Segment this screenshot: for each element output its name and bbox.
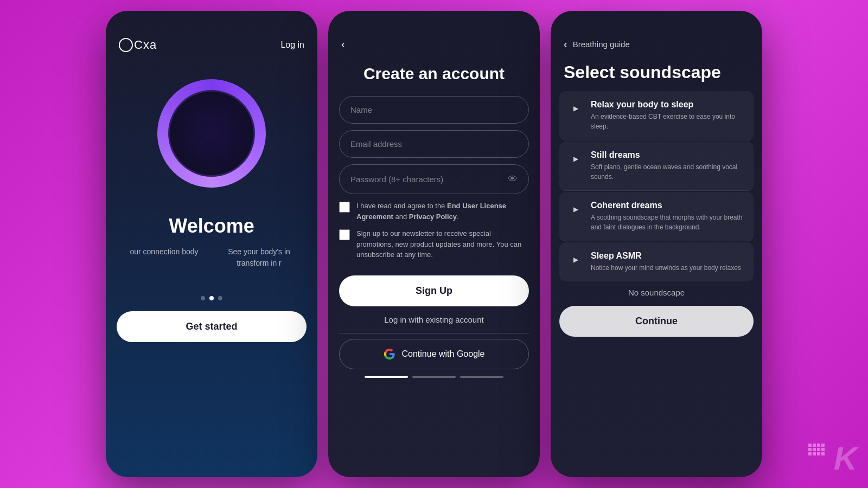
phone-welcome: Cxa Log in Welcome our connection body S… — [106, 11, 317, 477]
tos-checkbox[interactable] — [339, 202, 350, 213]
create-title: Create an account — [328, 65, 540, 83]
email-input[interactable] — [350, 139, 518, 149]
dot-2 — [209, 296, 214, 300]
soundscape-item-3[interactable]: ▶ Coherent dreams A soothing soundscape … — [559, 192, 754, 241]
soundscape-desc-2: Soft piano, gentle ocean waves and sooth… — [591, 162, 745, 182]
circle-outer — [157, 79, 266, 188]
back-label: Breathing guide — [573, 40, 630, 49]
newsletter-checkbox-row: Sign up to our newsletter to receive spe… — [339, 228, 529, 260]
soundscape-name-3: Coherent dreams — [591, 201, 745, 210]
soundscape-header: ‹ Breathing guide — [551, 11, 762, 56]
play-icon-2[interactable]: ▶ — [568, 151, 583, 166]
soundscape-info-3: Coherent dreams A soothing soundscape th… — [591, 201, 745, 232]
create-header: ‹ — [328, 11, 540, 56]
welcome-text: Welcome our connection body See your bod… — [106, 204, 317, 280]
soundscape-item-1[interactable]: ▶ Relax your body to sleep An evidence-b… — [559, 91, 754, 140]
play-icon-4[interactable]: ▶ — [568, 252, 583, 267]
play-icon-1[interactable]: ▶ — [568, 101, 583, 116]
sign-up-button[interactable]: Sign Up — [339, 275, 529, 306]
newsletter-checkbox[interactable] — [339, 229, 350, 240]
page-dots — [106, 296, 317, 300]
google-button-label: Continue with Google — [402, 349, 485, 359]
email-field[interactable] — [339, 130, 529, 158]
back-button[interactable]: ‹ — [341, 38, 345, 50]
soundscape-desc-3: A soothing soundscape that morphs with y… — [591, 213, 745, 232]
soundscape-item-4[interactable]: ▶ Sleep ASMR Notice how your mind unwind… — [559, 242, 754, 281]
soundscape-desc-4: Notice how your mind unwinds as your bod… — [591, 263, 741, 273]
soundscape-name-4: Sleep ASMR — [591, 251, 741, 261]
continue-button[interactable]: Continue — [559, 306, 754, 337]
soundscape-title: Select soundscape — [551, 62, 762, 82]
welcome-title: Welcome — [122, 215, 301, 237]
divider — [339, 333, 529, 333]
login-button[interactable]: Log in — [280, 40, 304, 50]
soundscape-back-button[interactable]: ‹ — [564, 38, 567, 50]
bottom-indicators — [339, 376, 529, 378]
get-started-button[interactable]: Get started — [117, 311, 307, 342]
play-icon-3[interactable]: ▶ — [568, 202, 583, 217]
logo-text: Cxa — [134, 38, 157, 52]
logo: Cxa — [119, 38, 157, 52]
tos-label: I have read and agree to the End User Li… — [356, 201, 529, 222]
circle-inner — [168, 90, 255, 177]
newsletter-label: Sign up to our newsletter to receive spe… — [356, 228, 529, 260]
indicator-1 — [365, 376, 408, 378]
password-input[interactable] — [350, 175, 508, 184]
soundscape-info-1: Relax your body to sleep An evidence-bas… — [591, 100, 745, 131]
soundscape-list: ▶ Relax your body to sleep An evidence-b… — [551, 91, 762, 281]
name-field[interactable] — [339, 96, 529, 124]
indicator-2 — [412, 376, 456, 378]
name-input[interactable] — [350, 105, 518, 114]
eye-icon[interactable]: 👁︎ — [508, 174, 518, 185]
soundscape-info-2: Still dreams Soft piano, gentle ocean wa… — [591, 150, 745, 182]
welcome-subtitle: our connection body See your body's in t… — [122, 246, 301, 269]
dot-3 — [218, 296, 222, 300]
soundscape-name-1: Relax your body to sleep — [591, 100, 745, 110]
indicator-3 — [460, 376, 503, 378]
soundscape-info-4: Sleep ASMR Notice how your mind unwinds … — [591, 251, 741, 273]
welcome-header: Cxa Log in — [106, 11, 317, 63]
google-button[interactable]: Continue with Google — [339, 339, 529, 369]
soundscape-item-2[interactable]: ▶ Still dreams Soft piano, gentle ocean … — [559, 142, 754, 191]
phone-soundscape: ‹ Breathing guide Select soundscape ▶ Re… — [551, 11, 762, 477]
soundscape-desc-1: An evidence-based CBT exercise to ease y… — [591, 112, 745, 131]
password-field[interactable]: 👁︎ — [339, 164, 529, 194]
subtitle-left: our connection body — [122, 246, 206, 269]
google-icon — [384, 348, 395, 360]
dot-1 — [201, 296, 205, 300]
no-soundscape-label[interactable]: No soundscape — [551, 281, 762, 301]
phone-create-account: ‹ Create an account 👁︎ I have read and a… — [328, 11, 540, 477]
soundscape-name-2: Still dreams — [591, 150, 745, 160]
logo-ring-icon — [119, 38, 133, 52]
back-row: ‹ Breathing guide — [564, 38, 749, 50]
privacy-link[interactable]: Privacy Policy — [409, 213, 457, 221]
login-link[interactable]: Log in with existing account — [328, 315, 540, 324]
welcome-circle — [157, 79, 266, 188]
subtitle-right: See your body's in transform in r — [217, 246, 301, 269]
tos-checkbox-row: I have read and agree to the End User Li… — [339, 201, 529, 222]
